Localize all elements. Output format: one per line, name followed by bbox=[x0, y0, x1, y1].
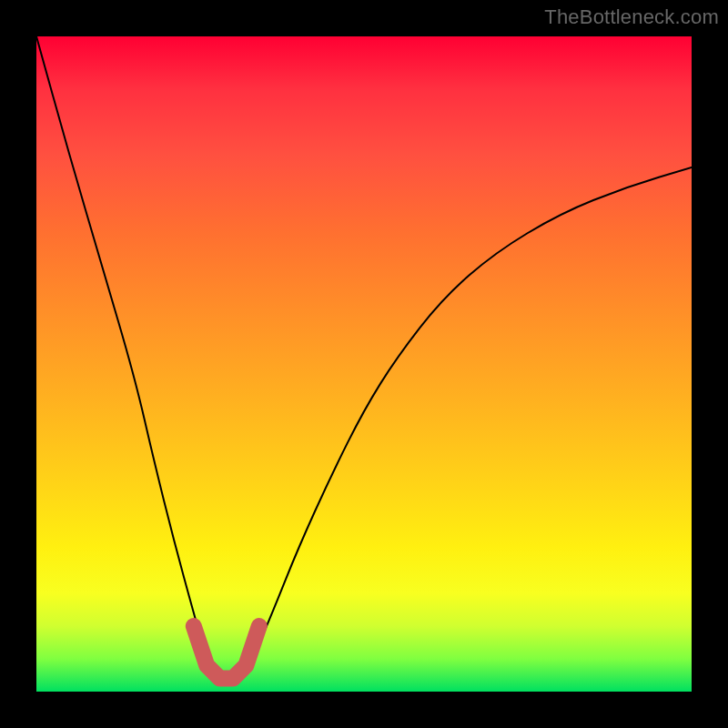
curve-svg bbox=[36, 36, 692, 692]
attribution-label: TheBottleneck.com bbox=[544, 5, 719, 29]
chart-frame: TheBottleneck.com bbox=[0, 0, 728, 728]
plot-area bbox=[36, 36, 692, 692]
minimum-highlight-path bbox=[194, 626, 259, 679]
bottleneck-curve-path bbox=[36, 36, 692, 679]
